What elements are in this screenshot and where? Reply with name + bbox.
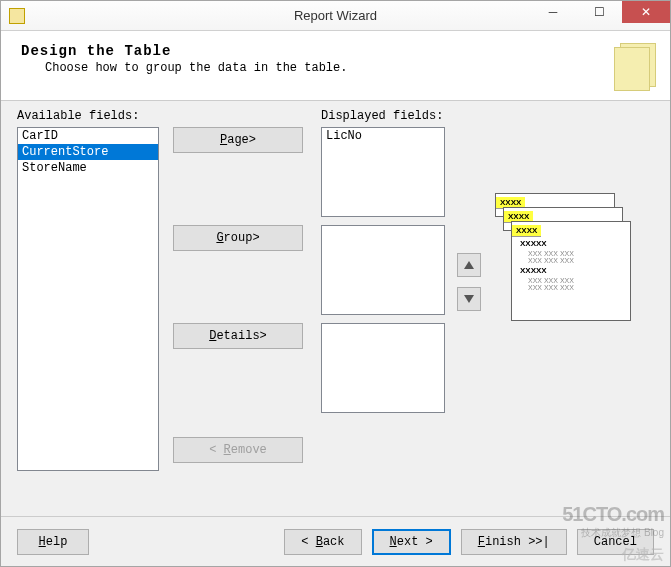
app-icon	[9, 8, 25, 24]
page-title: Design the Table	[21, 43, 650, 59]
wizard-header: Design the Table Choose how to group the…	[1, 31, 670, 101]
arrow-down-icon	[464, 295, 474, 303]
assign-buttons: Page> Group> Details> < Remove	[173, 127, 303, 463]
details-button[interactable]: Details>	[173, 323, 303, 349]
details-fields-listbox[interactable]	[321, 323, 445, 413]
wizard-footer: Help < Back Next > Finish >>| Cancel	[1, 516, 670, 566]
wizard-window: Report Wizard ─ ☐ ✕ Design the Table Cho…	[0, 0, 671, 567]
list-item[interactable]: CurrentStore	[18, 144, 158, 160]
arrow-up-icon	[464, 261, 474, 269]
remove-button: < Remove	[173, 437, 303, 463]
page-fields-listbox[interactable]: LicNo	[321, 127, 445, 217]
displayed-fields-label: Displayed fields:	[321, 109, 443, 123]
finish-button[interactable]: Finish >>|	[461, 529, 567, 555]
group-fields-listbox[interactable]	[321, 225, 445, 315]
wizard-content: Available fields: Displayed fields: CarI…	[1, 101, 670, 521]
window-controls: ─ ☐ ✕	[530, 1, 670, 23]
group-button[interactable]: Group>	[173, 225, 303, 251]
list-item[interactable]: StoreName	[18, 160, 158, 176]
move-up-button[interactable]	[457, 253, 481, 277]
next-button[interactable]: Next >	[372, 529, 451, 555]
cancel-button[interactable]: Cancel	[577, 529, 654, 555]
back-button[interactable]: < Back	[284, 529, 361, 555]
page-subtitle: Choose how to group the data in the tabl…	[45, 61, 650, 75]
available-fields-listbox[interactable]: CarID CurrentStore StoreName	[17, 127, 159, 471]
table-preview: XXXX XXXX XXXX XXXXX XXX XXX XXX XXX XXX…	[495, 193, 635, 333]
list-item[interactable]: CarID	[18, 128, 158, 144]
header-report-icon	[614, 43, 656, 91]
minimize-button[interactable]: ─	[530, 1, 576, 23]
window-title: Report Wizard	[294, 8, 377, 23]
close-button[interactable]: ✕	[622, 1, 670, 23]
page-button[interactable]: Page>	[173, 127, 303, 153]
move-down-button[interactable]	[457, 287, 481, 311]
help-button[interactable]: Help	[17, 529, 89, 555]
maximize-button[interactable]: ☐	[576, 1, 622, 23]
titlebar: Report Wizard ─ ☐ ✕	[1, 1, 670, 31]
list-item[interactable]: LicNo	[322, 128, 444, 144]
available-fields-label: Available fields:	[17, 109, 139, 123]
